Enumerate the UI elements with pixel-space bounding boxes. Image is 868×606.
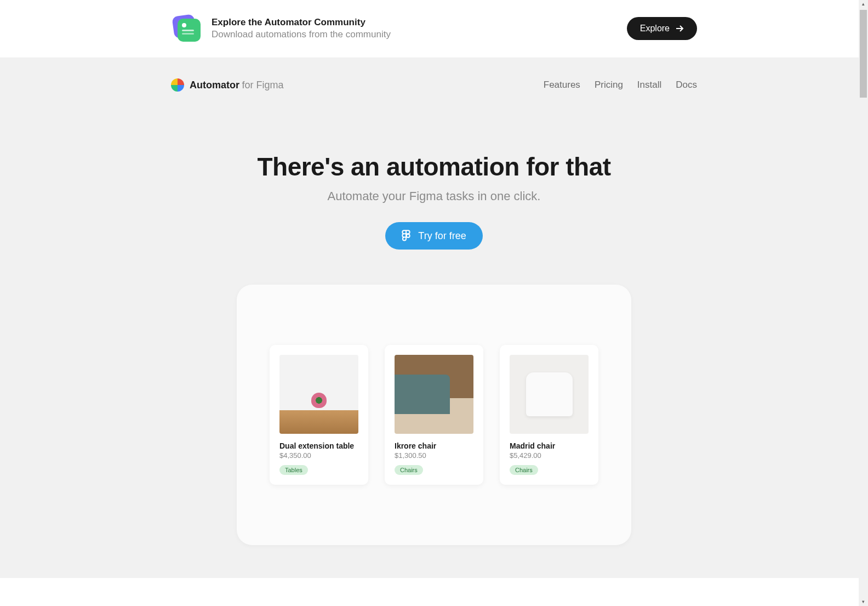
product-price: $5,429.00 xyxy=(510,451,589,460)
banner-title: Explore the Automator Community xyxy=(212,17,391,28)
top-nav: Automator for Figma Features Pricing Ins… xyxy=(171,58,697,112)
product-image xyxy=(510,355,589,434)
banner-subtitle: Download automations from the community xyxy=(212,29,391,40)
product-title: Dual extension table xyxy=(279,441,358,450)
nav-docs[interactable]: Docs xyxy=(676,80,697,90)
community-icon xyxy=(171,13,202,44)
product-image xyxy=(395,355,473,434)
hero-headline: There's an automation for that xyxy=(171,152,697,182)
demo-panel: Dual extension table $4,350.00 Tables Ik… xyxy=(237,285,631,545)
explore-button[interactable]: Explore xyxy=(627,17,697,40)
nav-install[interactable]: Install xyxy=(637,80,661,90)
product-tag: Chairs xyxy=(510,465,538,475)
product-tag: Chairs xyxy=(395,465,423,475)
scrollbar[interactable]: ▴ ▾ xyxy=(859,0,868,578)
hero: There's an automation for that Automate … xyxy=(171,112,697,274)
product-card: Ikrore chair $1,300.50 Chairs xyxy=(385,345,483,485)
product-title: Ikrore chair xyxy=(395,441,473,450)
svg-point-0 xyxy=(407,234,410,237)
community-banner: Explore the Automator Community Download… xyxy=(0,0,868,58)
scrollbar-thumb[interactable] xyxy=(860,10,867,98)
brand-suffix: for Figma xyxy=(242,80,283,90)
try-free-label: Try for free xyxy=(418,230,466,242)
product-tag: Tables xyxy=(279,465,308,475)
logo-icon xyxy=(171,78,184,92)
scroll-up-icon[interactable]: ▴ xyxy=(860,1,866,7)
explore-button-label: Explore xyxy=(640,24,670,33)
logo[interactable]: Automator for Figma xyxy=(171,78,283,92)
nav-features[interactable]: Features xyxy=(544,80,580,90)
product-card: Madrid chair $5,429.00 Chairs xyxy=(500,345,598,485)
figma-icon xyxy=(402,230,410,242)
hero-subhead: Automate your Figma tasks in one click. xyxy=(171,189,697,203)
product-title: Madrid chair xyxy=(510,441,589,450)
nav-pricing[interactable]: Pricing xyxy=(595,80,623,90)
product-card: Dual extension table $4,350.00 Tables xyxy=(270,345,368,485)
product-price: $4,350.00 xyxy=(279,451,358,460)
arrow-right-icon xyxy=(675,24,684,33)
try-free-button[interactable]: Try for free xyxy=(385,222,482,250)
brand-name: Automator xyxy=(190,80,239,90)
product-price: $1,300.50 xyxy=(395,451,473,460)
product-image xyxy=(279,355,358,434)
